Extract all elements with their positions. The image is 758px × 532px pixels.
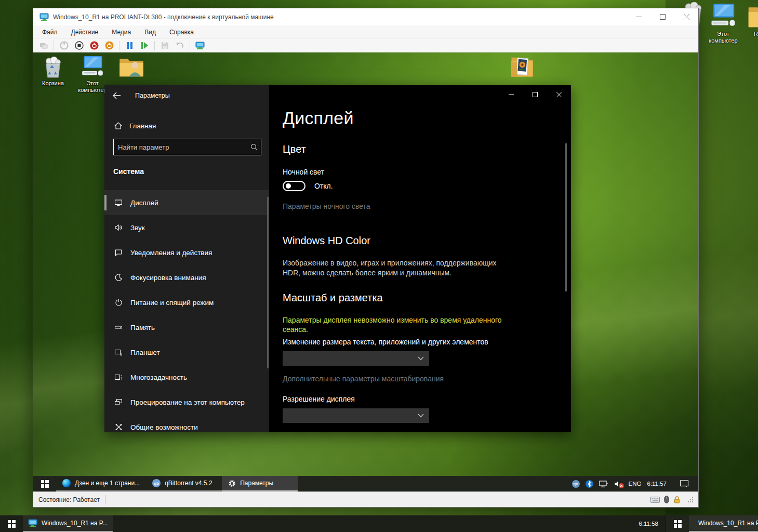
- settings-titlebar[interactable]: Параметры: [104, 85, 269, 106]
- menu-view[interactable]: Вид: [144, 29, 156, 36]
- sidebar-item-shared-experiences[interactable]: Общие возможности: [104, 415, 269, 440]
- language-indicator[interactable]: ENG: [629, 481, 642, 487]
- menu-file[interactable]: Файл: [42, 29, 58, 36]
- vm-status-text: Состояние: Работает: [38, 496, 100, 503]
- scale-dropdown-label: Изменение размера текста, приложений и д…: [283, 338, 488, 346]
- sidebar-item-notifications[interactable]: Уведомления и действия: [104, 240, 269, 265]
- storage-icon: [114, 323, 123, 331]
- host-task-vmconnect-2[interactable]: Windows_10_R1 на P.: [689, 515, 758, 532]
- vm-screen: Корзина Этот компьютер: [33, 52, 698, 491]
- action-center-icon[interactable]: [680, 480, 689, 488]
- sidebar-item-tablet[interactable]: Планшет: [104, 340, 269, 365]
- maximize-icon[interactable]: [523, 85, 547, 104]
- host-start-button[interactable]: [0, 515, 23, 532]
- search-box[interactable]: [113, 139, 261, 155]
- close-icon[interactable]: [547, 85, 571, 104]
- night-light-settings-link: Параметры ночного света: [283, 202, 370, 210]
- sidebar-item-multitasking[interactable]: Многозадачность: [104, 365, 269, 390]
- resolution-label: Разрешение дисплея: [283, 395, 355, 403]
- recycle-bin-icon: [36, 55, 70, 78]
- back-arrow-icon[interactable]: [112, 92, 128, 99]
- menu-action[interactable]: Действие: [71, 29, 99, 36]
- color-section-heading: Цвет: [283, 143, 306, 155]
- host-desktop: Этот компьютер Ro Windows_10_R1 на PROLI…: [0, 0, 758, 532]
- start-button[interactable]: [33, 476, 56, 491]
- tablet-icon: [114, 348, 123, 356]
- task-label: qBittorrent v4.5.2: [165, 480, 212, 487]
- icon-label: Этот компьютер: [703, 31, 743, 44]
- bluetooth-icon[interactable]: [586, 480, 593, 488]
- host-clock[interactable]: 6:11:58: [639, 521, 666, 527]
- sidebar-item-sound[interactable]: Звук: [104, 215, 269, 240]
- shut-down-icon[interactable]: [104, 41, 114, 51]
- minimize-icon[interactable]: [499, 85, 523, 104]
- windows-logo-icon: [41, 480, 49, 488]
- menu-help[interactable]: Справка: [169, 29, 194, 36]
- sound-icon: [114, 223, 123, 232]
- vm-taskbar: Дзен и еще 1 страни... qb qBittorrent v4…: [33, 476, 698, 491]
- maximize-icon[interactable]: [650, 8, 674, 25]
- advanced-scaling-link: Дополнительные параметры масштабирования: [283, 375, 444, 383]
- vm-user-folder[interactable]: [114, 55, 149, 80]
- resume-vm-icon[interactable]: [139, 41, 150, 51]
- toolbar: [33, 39, 698, 52]
- start-vm-icon[interactable]: [59, 41, 69, 51]
- save-vm-icon[interactable]: [159, 41, 170, 51]
- main-scrollbar[interactable]: [565, 143, 567, 291]
- qbittorrent-tray-icon[interactable]: qb: [572, 480, 580, 488]
- page-title: Дисплей: [283, 108, 354, 128]
- host-start-button-2[interactable]: [666, 515, 689, 532]
- moon-icon: [114, 273, 123, 282]
- settings-sidebar: Параметры Главная Система: [104, 85, 269, 432]
- taskbar-task-edge[interactable]: Дзен и еще 1 страни...: [56, 476, 146, 491]
- vm-pictures-folder[interactable]: [505, 55, 539, 80]
- sidebar-item-focus-assist[interactable]: Фокусировка внимания: [104, 265, 269, 290]
- sidebar-item-power-sleep[interactable]: Питание и спящий режим: [104, 290, 269, 315]
- window-title: Windows_10_R1 на PROLIANT-DL380 - подклю…: [53, 14, 274, 21]
- vm-clock[interactable]: 6:11:57: [647, 481, 667, 487]
- sidebar-item-label: Многозадачность: [130, 374, 187, 381]
- stop-vm-icon[interactable]: [74, 41, 84, 51]
- projecting-icon: [114, 398, 123, 406]
- sidebar-item-display[interactable]: Дисплей: [104, 190, 269, 215]
- multitasking-icon: [114, 373, 123, 381]
- pause-vm-icon[interactable]: [124, 41, 135, 51]
- turn-off-icon[interactable]: [89, 41, 99, 51]
- chevron-down-icon: [418, 356, 424, 361]
- night-light-toggle[interactable]: [283, 181, 305, 191]
- sidebar-item-label: Фокусировка внимания: [130, 274, 206, 282]
- qbittorrent-icon: qb: [152, 479, 161, 487]
- menu-media[interactable]: Медиа: [112, 29, 131, 36]
- revert-checkpoint-icon[interactable]: [175, 41, 185, 51]
- scale-section-heading: Масштаб и разметка: [283, 292, 383, 304]
- vm-recycle-bin[interactable]: Корзина: [36, 55, 70, 87]
- resolution-dropdown[interactable]: [283, 408, 429, 423]
- host-folder-icon[interactable]: Ro: [747, 3, 758, 37]
- volume-muted-icon[interactable]: [614, 480, 623, 488]
- menu-bar: Файл Действие Медиа Вид Справка: [33, 25, 698, 39]
- hdr-description: Изображение в видео, играх и приложениях…: [283, 258, 498, 278]
- vmconnect-window: Windows_10_R1 на PROLIANT-DL380 - подклю…: [33, 8, 699, 508]
- sidebar-item-home[interactable]: Главная: [104, 114, 269, 137]
- taskbar-task-settings[interactable]: Параметры: [222, 476, 298, 491]
- icon-label: Корзина: [36, 80, 70, 87]
- host-task-vmconnect[interactable]: Windows_10_R1 на P...: [23, 515, 113, 532]
- taskbar-task-qbittorrent[interactable]: qb qBittorrent v4.5.2: [146, 476, 222, 491]
- sidebar-scrollbar[interactable]: [267, 197, 269, 368]
- task-label: Параметры: [240, 480, 273, 487]
- ctrl-alt-del-icon[interactable]: [38, 41, 49, 51]
- close-icon[interactable]: [674, 8, 698, 25]
- computer-icon: [75, 55, 110, 78]
- vmconnect-titlebar[interactable]: Windows_10_R1 на PROLIANT-DL380 - подклю…: [33, 8, 698, 25]
- sidebar-item-projecting[interactable]: Проецирование на этот компьютер: [104, 390, 269, 415]
- search-input[interactable]: [114, 143, 247, 151]
- minimize-icon[interactable]: [627, 8, 650, 25]
- enhanced-session-icon[interactable]: [195, 41, 205, 51]
- toggle-knob: [286, 183, 291, 189]
- sidebar-item-storage[interactable]: Память: [104, 315, 269, 340]
- resize-grip[interactable]: [688, 497, 693, 502]
- network-icon[interactable]: [599, 480, 608, 488]
- search-icon[interactable]: [247, 143, 261, 151]
- scale-dropdown[interactable]: [283, 351, 429, 366]
- sidebar-item-label: Общие возможности: [130, 423, 198, 431]
